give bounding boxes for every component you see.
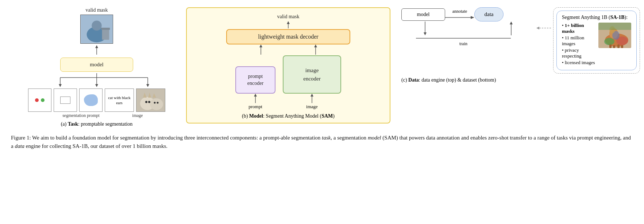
flow-top-row: model annotate data [401, 7, 504, 21]
arrow-from-image-b [309, 94, 315, 104]
model-box-a: model [60, 58, 133, 72]
svg-point-23 [145, 101, 147, 103]
svg-marker-12 [59, 84, 62, 87]
dot-green [41, 98, 45, 102]
dot-prompts-box [28, 89, 51, 112]
caption-a: (a) Task: promptable segmentation [61, 121, 133, 127]
sa1b-sample-image [598, 23, 631, 48]
svg-marker-38 [471, 16, 474, 19]
sa1b-dashed-box: Segment Anything 1B (SA-1B): 1+ billion … [553, 7, 640, 74]
cat-text-box: cat with black ears [105, 89, 134, 112]
rect-prompt-box [54, 89, 77, 112]
blob-prompt-box [79, 89, 103, 112]
inputs-row-a: cat with black ears [28, 89, 165, 112]
blob-prompt-shape [84, 94, 98, 106]
svg-marker-34 [254, 94, 257, 97]
mid-row-b: promptencoder prompt imageencoder image [194, 55, 382, 110]
model-box-c: model [401, 8, 445, 21]
svg-point-24 [148, 101, 150, 103]
bullet-1: 1+ billion masks [562, 23, 595, 34]
valid-mask-image-a [80, 15, 113, 44]
decoder-box: lightweight mask decoder [226, 29, 350, 44]
image-label-b: image [306, 104, 318, 110]
dashed-arrow [536, 25, 551, 31]
valid-mask-label-b: valid mask [277, 14, 299, 20]
rect-prompt-shape [60, 97, 70, 104]
arrow-down-model [423, 21, 428, 35]
svg-marker-7 [95, 45, 98, 48]
svg-point-25 [154, 102, 156, 104]
svg-marker-45 [536, 27, 539, 30]
svg-marker-42 [510, 21, 513, 24]
svg-point-49 [604, 38, 614, 45]
sa1b-bullets: 1+ billion masks 11 million images priva… [562, 23, 595, 66]
annotate-label: annotate [452, 9, 467, 14]
svg-rect-54 [613, 45, 615, 48]
svg-point-19 [150, 98, 163, 110]
valid-mask-label-a: valid mask [85, 7, 108, 13]
data-box-c: data [474, 7, 504, 21]
panel-a: valid mask model [11, 7, 182, 127]
image-encoder-box: imageencoder [283, 55, 341, 94]
svg-rect-55 [617, 44, 620, 48]
data-engine-top: model annotate data [401, 7, 640, 74]
arrow-from-prompt [252, 94, 258, 104]
annotate-arrow [445, 15, 474, 20]
prompt-encoder-box: promptencoder [235, 66, 275, 94]
prompt-encoder-col: promptencoder prompt [235, 66, 275, 110]
svg-rect-53 [609, 44, 612, 48]
sa1b-box: Segment Anything 1B (SA-1B): 1+ billion … [556, 11, 637, 70]
svg-rect-57 [598, 23, 631, 30]
arrow-to-valid-mask-b [285, 21, 291, 29]
svg-marker-14 [95, 84, 98, 87]
sa1b-area: Segment Anything 1B (SA-1B): 1+ billion … [536, 7, 640, 74]
panel-c: model annotate data [394, 7, 640, 83]
arrows-to-decoder [234, 44, 343, 55]
bullet-4: licensed images [562, 60, 595, 66]
seg-prompt-label: segmentation prompt [41, 113, 121, 118]
arrow-up-data [509, 21, 514, 35]
bullet-3: privacy respecting [562, 47, 595, 59]
svg-marker-16 [146, 84, 149, 87]
svg-marker-28 [287, 21, 290, 24]
train-label: train [459, 41, 467, 47]
inputs-labels-a: segmentation prompt image [41, 113, 152, 118]
flow-diagram: model annotate data [401, 7, 525, 47]
svg-rect-56 [621, 45, 623, 48]
vertical-arrows [401, 21, 525, 35]
figure-caption: Figure 1: We aim to build a foundation m… [11, 134, 631, 151]
train-row: train [401, 35, 525, 47]
svg-marker-36 [311, 94, 313, 97]
arrow-model-to-mask-a [94, 45, 100, 55]
annotate-col: annotate [445, 9, 474, 20]
caption-b: (b) Model: Segment Anything Model (SAM) [242, 113, 335, 119]
image-label-a: image [123, 113, 152, 118]
prompt-label-b: prompt [248, 104, 262, 110]
panel-b: valid mask lightweight mask decoder prom… [186, 7, 390, 123]
bullet-2: 11 million images [562, 35, 595, 47]
sa1b-title: Segment Anything 1B (SA-1B): [562, 15, 631, 20]
dot-red [35, 98, 39, 102]
train-line: train [406, 35, 520, 47]
bracket-arrows-a [31, 73, 162, 87]
caption-c: (c) Data: data engine (top) & dataset (b… [401, 77, 640, 83]
cat-photo-box [136, 89, 165, 112]
svg-marker-40 [424, 32, 427, 35]
svg-rect-5 [81, 15, 113, 43]
svg-marker-30 [259, 44, 262, 47]
image-encoder-col: imageencoder image [283, 55, 341, 110]
sa1b-inner: 1+ billion masks 11 million images priva… [562, 23, 631, 66]
svg-marker-32 [314, 44, 317, 47]
svg-point-26 [157, 102, 159, 104]
